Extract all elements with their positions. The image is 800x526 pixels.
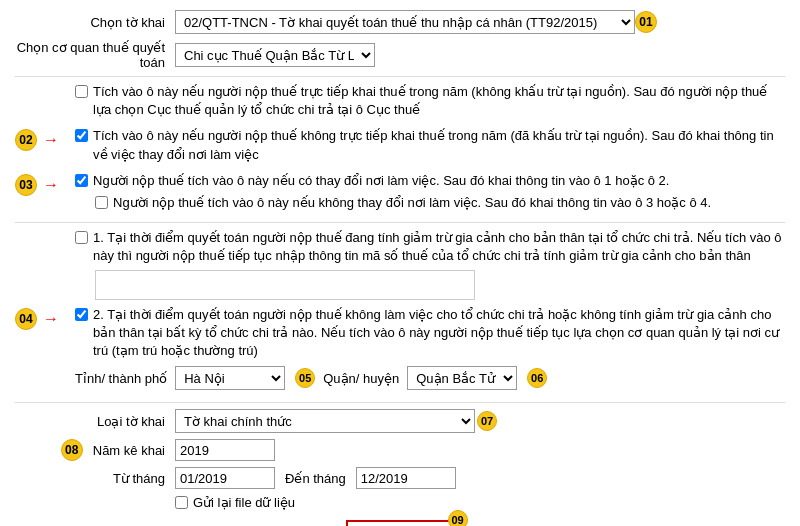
section1-checkbox[interactable] bbox=[75, 231, 88, 244]
city-district-row: Tỉnh/ thành phố Hà Nội 05 Quận/ huyện Qu… bbox=[75, 366, 785, 390]
tinh-thanh-label: Tỉnh/ thành phố bbox=[75, 371, 167, 386]
gui-lai-checkbox[interactable] bbox=[175, 496, 188, 509]
section1-block: 1. Tại thời điểm quyết toán người nộp th… bbox=[75, 229, 785, 265]
loai-to-khai-select[interactable]: Tờ khai chính thức bbox=[175, 409, 475, 433]
section1-input-box bbox=[95, 270, 475, 300]
cb2-block: Tích vào ô này nếu người nộp thuế không … bbox=[75, 127, 785, 163]
cb3-block: Người nộp thuế tích vào ô này nếu có tha… bbox=[75, 172, 785, 190]
section2-checkbox[interactable] bbox=[75, 308, 88, 321]
cb3-text: Người nộp thuế tích vào ô này nếu có tha… bbox=[93, 172, 669, 190]
cb1-checkbox[interactable] bbox=[75, 85, 88, 98]
badge-05: 05 bbox=[295, 368, 315, 388]
co-quan-thue-select[interactable]: Chi cục Thuế Quận Bắc Từ Liêm bbox=[175, 43, 375, 67]
badge-03: 03 bbox=[15, 174, 37, 196]
cb1-text: Tích vào ô này nếu người nộp thuế trực t… bbox=[93, 83, 785, 119]
arrow-04: → bbox=[43, 310, 59, 328]
section1-text: 1. Tại thời điểm quyết toán người nộp th… bbox=[93, 229, 785, 265]
cb4-block: Người nộp thuế tích vào ô này nếu không … bbox=[95, 194, 785, 212]
quan-huyen-select[interactable]: Quận Bắc Tử bbox=[407, 366, 517, 390]
den-thang-input[interactable] bbox=[356, 467, 456, 489]
cb4-text: Người nộp thuế tích vào ô này nếu không … bbox=[113, 194, 711, 212]
loai-to-khai-label: Loại tờ khai bbox=[15, 414, 175, 429]
cb3-checkbox[interactable] bbox=[75, 174, 88, 187]
tiep-tuc-button[interactable]: Tiếp tục bbox=[346, 520, 453, 526]
badge-04: 04 bbox=[15, 308, 37, 330]
tu-thang-input[interactable] bbox=[175, 467, 275, 489]
arrow-02: → bbox=[43, 131, 59, 149]
quan-huyen-label: Quận/ huyện bbox=[323, 371, 399, 386]
badge-02: 02 bbox=[15, 129, 37, 151]
tu-thang-label: Từ tháng bbox=[15, 471, 175, 486]
badge-07: 07 bbox=[477, 411, 497, 431]
cb4-checkbox[interactable] bbox=[95, 196, 108, 209]
badge-08: 08 bbox=[61, 439, 83, 461]
gui-lai-label: Gửi lại file dữ liệu bbox=[193, 495, 295, 510]
cb2-text: Tích vào ô này nếu người nộp thuế không … bbox=[93, 127, 785, 163]
chon-to-khai-select[interactable]: 02/QTT-TNCN - Tờ khai quyết toán thuế th… bbox=[175, 10, 635, 34]
badge-09: 09 bbox=[448, 510, 468, 526]
den-thang-label: Đến tháng bbox=[285, 471, 346, 486]
badge-01: 01 bbox=[635, 11, 657, 33]
cb2-checkbox[interactable] bbox=[75, 129, 88, 142]
cb1-block: Tích vào ô này nếu người nộp thuế trực t… bbox=[75, 83, 785, 119]
arrow-03: → bbox=[43, 176, 59, 194]
section2-text: 2. Tại thời điểm quyết toán người nộp th… bbox=[93, 306, 785, 361]
chon-to-khai-label: Chọn tờ khai bbox=[15, 15, 175, 30]
nam-ke-khai-label: Năm kê khai bbox=[93, 443, 165, 458]
tinh-thanh-select[interactable]: Hà Nội bbox=[175, 366, 285, 390]
nam-ke-khai-input[interactable] bbox=[175, 439, 275, 461]
section2-block: 2. Tại thời điểm quyết toán người nộp th… bbox=[75, 306, 785, 361]
badge-06: 06 bbox=[527, 368, 547, 388]
chon-co-quan-thue-label: Chọn cơ quan thuế quyết toán bbox=[15, 40, 175, 70]
